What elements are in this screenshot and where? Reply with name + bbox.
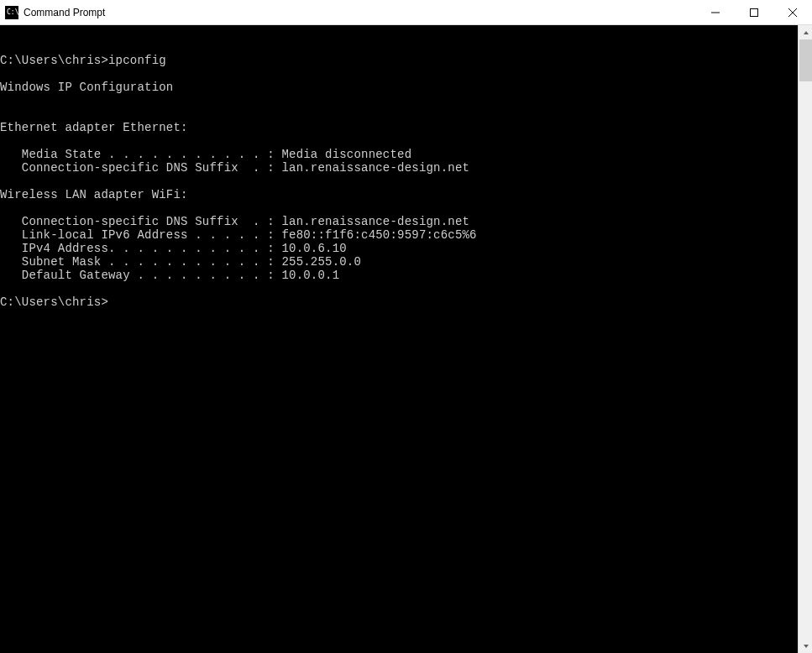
- terminal-line: [0, 94, 798, 107]
- terminal-line: Wireless LAN adapter WiFi:: [0, 188, 798, 201]
- terminal-line: Connection-specific DNS Suffix . : lan.r…: [0, 215, 798, 228]
- cmd-icon: C:\: [5, 6, 18, 19]
- terminal-line: Connection-specific DNS Suffix . : lan.r…: [0, 161, 798, 175]
- terminal-line: [0, 175, 798, 188]
- terminal-line: [0, 201, 798, 215]
- terminal-line: C:\Users\chris>: [0, 295, 798, 309]
- svg-marker-8: [804, 645, 809, 648]
- terminal-line: Media State . . . . . . . . . . . : Medi…: [0, 148, 798, 161]
- terminal-line: C:\Users\chris>ipconfig: [0, 54, 798, 67]
- svg-rect-4: [751, 8, 758, 16]
- terminal-line: Windows IP Configuration: [0, 81, 798, 94]
- close-button[interactable]: [773, 0, 812, 24]
- terminal-line: Default Gateway . . . . . . . . . : 10.0…: [0, 269, 798, 282]
- window-title: Command Prompt: [24, 7, 696, 18]
- terminal-line: Ethernet adapter Ethernet:: [0, 121, 798, 134]
- vertical-scrollbar[interactable]: [798, 25, 812, 653]
- minimize-button[interactable]: [696, 0, 735, 24]
- scroll-down-arrow-icon[interactable]: [799, 639, 812, 653]
- maximize-button[interactable]: [735, 0, 773, 24]
- terminal-line: Subnet Mask . . . . . . . . . . . : 255.…: [0, 255, 798, 269]
- terminal-line: [0, 134, 798, 148]
- terminal-area[interactable]: C:\Users\chris>ipconfigWindows IP Config…: [0, 25, 798, 653]
- terminal-line: [0, 67, 798, 81]
- window-controls: [696, 0, 812, 24]
- svg-marker-7: [804, 31, 809, 34]
- scroll-up-arrow-icon[interactable]: [799, 25, 812, 39]
- terminal-line: [0, 282, 798, 295]
- terminal-line: [0, 107, 798, 121]
- svg-text:C:\: C:\: [7, 8, 18, 16]
- terminal-line: IPv4 Address. . . . . . . . . . . : 10.0…: [0, 242, 798, 255]
- terminal-line: Link-local IPv6 Address . . . . . : fe80…: [0, 228, 798, 242]
- titlebar: C:\ Command Prompt: [0, 0, 812, 25]
- terminal-output: C:\Users\chris>ipconfigWindows IP Config…: [0, 52, 798, 309]
- scrollbar-thumb[interactable]: [799, 39, 812, 81]
